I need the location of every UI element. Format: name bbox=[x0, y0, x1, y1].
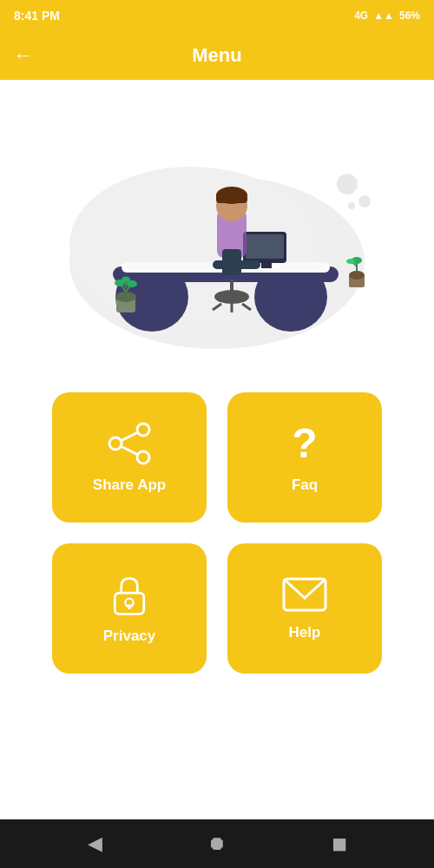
illustration-area bbox=[0, 80, 434, 375]
svg-point-39 bbox=[109, 437, 122, 450]
wifi-icon: ▲▲ bbox=[373, 10, 394, 22]
privacy-label: Privacy bbox=[103, 628, 156, 645]
envelope-icon bbox=[282, 575, 327, 614]
svg-line-41 bbox=[121, 446, 138, 455]
svg-point-32 bbox=[349, 271, 365, 279]
back-button[interactable]: ← bbox=[14, 46, 33, 65]
svg-text:?: ? bbox=[292, 421, 317, 466]
battery-icon: 56% bbox=[399, 10, 420, 22]
help-button[interactable]: Help bbox=[227, 543, 382, 674]
svg-rect-43 bbox=[115, 593, 143, 614]
svg-rect-14 bbox=[213, 260, 260, 269]
signal-icon: 4G bbox=[354, 10, 368, 22]
faq-button[interactable]: ? Faq bbox=[227, 392, 382, 523]
svg-point-3 bbox=[358, 195, 371, 207]
nav-back-icon[interactable]: ◀ bbox=[88, 832, 102, 855]
faq-label: Faq bbox=[292, 477, 318, 494]
lock-icon bbox=[108, 572, 150, 617]
privacy-button[interactable]: Privacy bbox=[52, 543, 207, 674]
faq-icon: ? bbox=[289, 421, 320, 466]
office-illustration bbox=[52, 97, 382, 358]
svg-rect-45 bbox=[128, 604, 131, 609]
status-bar: 8:41 PM 4G ▲▲ 56% bbox=[0, 0, 434, 31]
menu-grid: Share App ? Faq Privacy bbox=[0, 375, 434, 691]
svg-line-40 bbox=[121, 432, 138, 441]
svg-point-24 bbox=[115, 292, 136, 302]
status-icons: 4G ▲▲ 56% bbox=[354, 10, 420, 22]
nav-bar: ◀ ⏺ ◼ bbox=[0, 819, 434, 868]
header: ← Menu bbox=[0, 31, 434, 80]
nav-home-icon[interactable]: ⏺ bbox=[207, 832, 227, 855]
svg-rect-10 bbox=[246, 234, 284, 259]
main-content: Share App ? Faq Privacy bbox=[0, 80, 434, 819]
svg-rect-17 bbox=[216, 193, 247, 203]
svg-point-4 bbox=[348, 202, 355, 209]
svg-rect-19 bbox=[230, 279, 233, 299]
svg-rect-11 bbox=[261, 263, 272, 268]
svg-point-38 bbox=[137, 451, 149, 464]
svg-point-36 bbox=[346, 259, 355, 264]
svg-point-30 bbox=[122, 277, 130, 283]
share-icon bbox=[107, 421, 152, 466]
share-app-button[interactable]: Share App bbox=[52, 392, 207, 523]
svg-point-37 bbox=[137, 424, 149, 436]
help-label: Help bbox=[289, 624, 321, 641]
svg-point-2 bbox=[337, 174, 358, 194]
nav-recents-icon[interactable]: ◼ bbox=[332, 832, 347, 855]
share-app-label: Share App bbox=[93, 477, 166, 494]
page-title: Menu bbox=[192, 44, 241, 67]
status-time: 8:41 PM bbox=[14, 9, 60, 23]
